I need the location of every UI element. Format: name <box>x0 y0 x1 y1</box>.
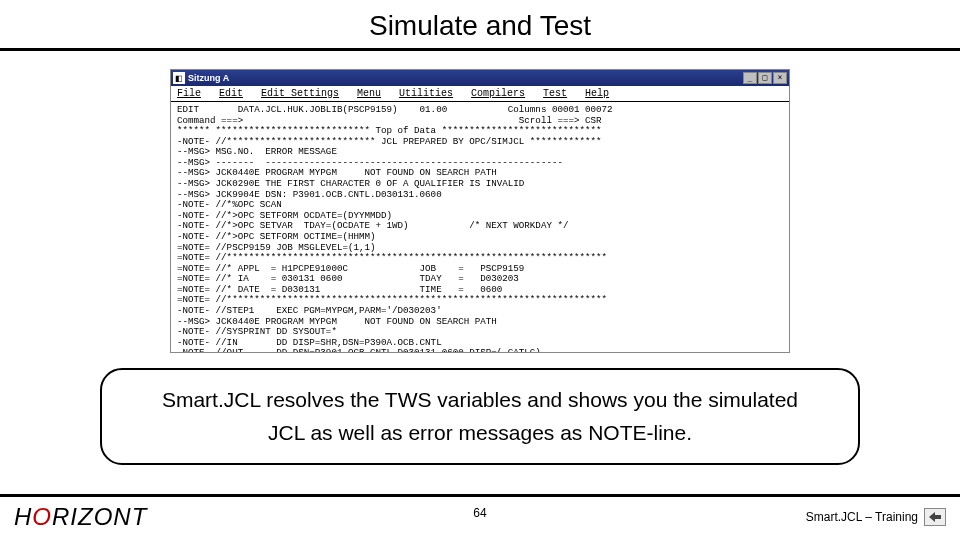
brand-rest: RIZONT <box>52 503 147 530</box>
menu-file[interactable]: File <box>177 88 201 99</box>
menu-help[interactable]: Help <box>585 88 609 99</box>
brand-o: O <box>32 503 52 530</box>
menu-menu[interactable]: Menu <box>357 88 381 99</box>
menu-test[interactable]: Test <box>543 88 567 99</box>
app-icon: ◧ <box>173 72 185 84</box>
callout-box: Smart.JCL resolves the TWS variables and… <box>100 368 860 465</box>
arrow-left-icon <box>929 512 941 522</box>
menu-utilities[interactable]: Utilities <box>399 88 453 99</box>
brand-h: H <box>14 503 32 530</box>
close-button[interactable]: × <box>773 72 787 84</box>
page-number: 64 <box>473 506 486 520</box>
menu-edit[interactable]: Edit <box>219 88 243 99</box>
menu-compilers[interactable]: Compilers <box>471 88 525 99</box>
course-text: Smart.JCL – Training <box>806 510 918 524</box>
callout-line-2: JCL as well as error messages as NOTE-li… <box>126 417 834 450</box>
titlebar: ◧ Sitzung A _ □ × <box>171 70 789 86</box>
course-label: Smart.JCL – Training <box>806 508 946 526</box>
slide-title: Simulate and Test <box>0 0 960 48</box>
screenshot: ◧ Sitzung A _ □ × File Edit Edit Setting… <box>170 69 790 353</box>
brand-logo: HORIZONT <box>14 503 147 531</box>
maximize-button[interactable]: □ <box>758 72 772 84</box>
title-rule <box>0 48 960 51</box>
back-button[interactable] <box>924 508 946 526</box>
menubar: File Edit Edit Settings Menu Utilities C… <box>171 86 789 102</box>
menu-edit-settings[interactable]: Edit Settings <box>261 88 339 99</box>
terminal-output: EDIT DATA.JCL.HUK.JOBLIB(PSCP9159) 01.00… <box>171 102 789 352</box>
window-controls: _ □ × <box>743 72 787 84</box>
window: ◧ Sitzung A _ □ × File Edit Edit Setting… <box>170 69 790 353</box>
window-caption: Sitzung A <box>188 73 743 83</box>
footer: HORIZONT 64 Smart.JCL – Training <box>0 494 960 540</box>
callout-line-1: Smart.JCL resolves the TWS variables and… <box>126 384 834 417</box>
minimize-button[interactable]: _ <box>743 72 757 84</box>
